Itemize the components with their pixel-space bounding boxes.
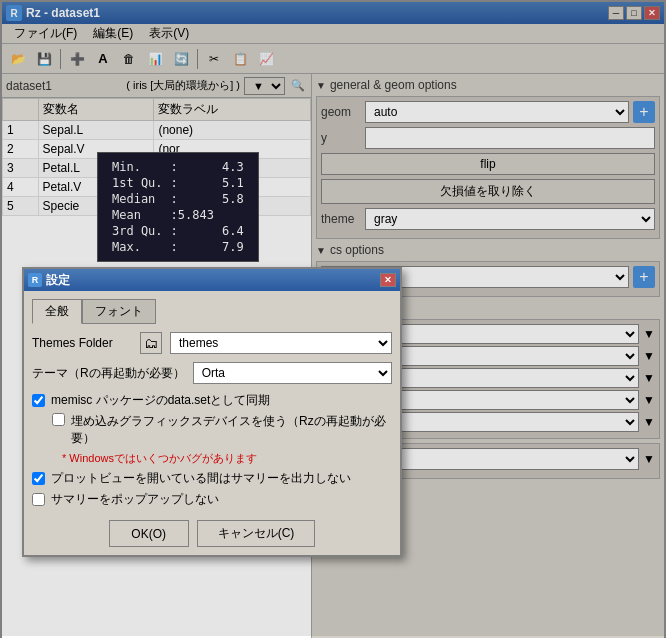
theme-dialog-label: テーマ（Rの再起動が必要） [32, 365, 185, 382]
dialog-tabs: 全般 フォント [32, 299, 392, 324]
theme-dialog-row: テーマ（Rの再起動が必要） Orta [32, 362, 392, 384]
warning-text: * Windowsではいくつかバグがあります [62, 451, 392, 466]
checkbox-memisc: memisc パッケージのdata.setとして同期 [32, 392, 392, 409]
themes-folder-select[interactable]: themes [170, 332, 392, 354]
dialog-controls: ✕ [380, 273, 396, 287]
dialog-title-bar: R 設定 ✕ [24, 269, 400, 291]
checkbox-plot-label: プロットビューを開いている間はサマリーを出力しない [51, 470, 351, 487]
checkbox-summary-input[interactable] [32, 493, 45, 506]
settings-dialog: R 設定 ✕ 全般 フォント Themes Folder 🗂 themes [22, 267, 402, 557]
themes-folder-row: Themes Folder 🗂 themes [32, 332, 392, 354]
main-window: R Rz - dataset1 ─ □ ✕ ファイル(F) 編集(E) 表示(V… [0, 0, 666, 638]
theme-dialog-select[interactable]: Orta [193, 362, 392, 384]
checkbox-plot: プロットビューを開いている間はサマリーを出力しない [32, 470, 392, 487]
checkbox-summary-label: サマリーをポップアップしない [51, 491, 219, 508]
checkbox-summary: サマリーをポップアップしない [32, 491, 392, 508]
dialog-buttons: OK(O) キャンセル(C) [32, 520, 392, 547]
dialog-close-button[interactable]: ✕ [380, 273, 396, 287]
themes-folder-label: Themes Folder [32, 336, 132, 350]
checkbox-memisc-input[interactable] [32, 394, 45, 407]
tab-general[interactable]: 全般 [32, 299, 82, 324]
dialog-content: 全般 フォント Themes Folder 🗂 themes テーマ（Rの再起動… [24, 291, 400, 555]
checkbox-plot-input[interactable] [32, 472, 45, 485]
tab-font[interactable]: フォント [82, 299, 156, 324]
folder-button[interactable]: 🗂 [140, 332, 162, 354]
dialog-icon: R [28, 273, 42, 287]
cancel-button[interactable]: キャンセル(C) [197, 520, 316, 547]
checkbox-memisc-label: memisc パッケージのdata.setとして同期 [51, 392, 270, 409]
checkbox-embed: 埋め込みグラフィックスデバイスを使う（Rzの再起動が必要） [52, 413, 392, 447]
ok-button[interactable]: OK(O) [109, 520, 189, 547]
checkbox-embed-input[interactable] [52, 413, 65, 426]
checkbox-embed-label: 埋め込みグラフィックスデバイスを使う（Rzの再起動が必要） [71, 413, 392, 447]
dialog-title: 設定 [46, 272, 70, 289]
